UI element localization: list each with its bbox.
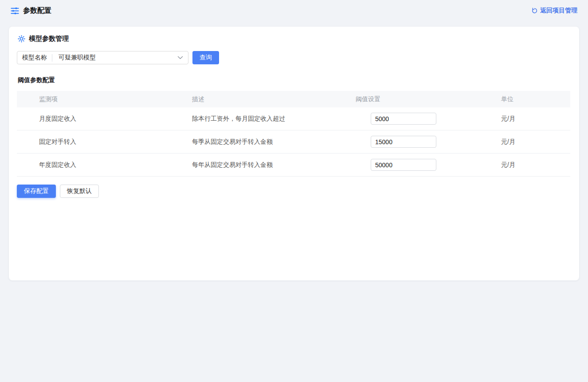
monitor-item-label: 固定对手转入 [17, 138, 192, 146]
threshold-section-title: 阈值参数配置 [18, 76, 571, 84]
back-link-label: 返回项目管理 [540, 7, 577, 15]
unit-label: 元/月 [500, 161, 570, 169]
query-button[interactable]: 查询 [192, 51, 219, 64]
model-name-label: 模型名称 [17, 54, 52, 62]
page-title: 参数配置 [23, 6, 51, 16]
column-header-desc: 描述 [192, 95, 355, 103]
unit-label: 元/月 [500, 115, 570, 123]
monitor-item-desc: 每年从固定交易对手转入金额 [192, 161, 355, 169]
monitor-item-desc: 除本行工资外，每月固定收入超过 [192, 115, 355, 123]
monitor-item-label: 年度固定收入 [17, 161, 192, 169]
sliders-icon [11, 7, 19, 15]
threshold-table: 监测项 描述 阈值设置 单位 月度固定收入 除本行工资外，每月固定收入超过 元/… [17, 91, 570, 177]
column-header-threshold: 阈值设置 [355, 95, 500, 103]
threshold-input[interactable] [371, 113, 436, 125]
restore-default-button[interactable]: 恢复默认 [60, 185, 99, 198]
threshold-input[interactable] [371, 159, 436, 171]
save-config-button[interactable]: 保存配置 [17, 185, 56, 198]
column-header-unit: 单位 [500, 95, 570, 103]
table-header-row: 监测项 描述 阈值设置 单位 [17, 91, 570, 107]
monitor-item-desc: 每季从固定交易对手转入金额 [192, 138, 355, 146]
chevron-down-icon [177, 56, 183, 59]
column-header-item: 监测项 [17, 95, 192, 103]
threshold-input[interactable] [371, 136, 436, 148]
model-name-selected-value: 可疑兼职模型 [52, 54, 177, 62]
model-name-select[interactable]: 模型名称 可疑兼职模型 [17, 51, 188, 64]
table-row: 年度固定收入 每年从固定交易对手转入金额 元/月 [17, 154, 570, 177]
back-arrow-icon [531, 8, 537, 14]
table-row: 固定对手转入 每季从固定交易对手转入金额 元/月 [17, 130, 570, 154]
unit-label: 元/月 [500, 138, 570, 146]
back-to-project-link[interactable]: 返回项目管理 [531, 7, 577, 15]
monitor-item-label: 月度固定收入 [17, 115, 192, 123]
model-parameter-card: 模型参数管理 模型名称 可疑兼职模型 查询 阈值参数配置 监测项 描述 阈值设置… [9, 27, 579, 280]
top-header: 参数配置 返回项目管理 [0, 0, 588, 21]
section-title: 模型参数管理 [29, 35, 69, 43]
table-row: 月度固定收入 除本行工资外，每月固定收入超过 元/月 [17, 107, 570, 130]
gear-icon [18, 35, 25, 43]
